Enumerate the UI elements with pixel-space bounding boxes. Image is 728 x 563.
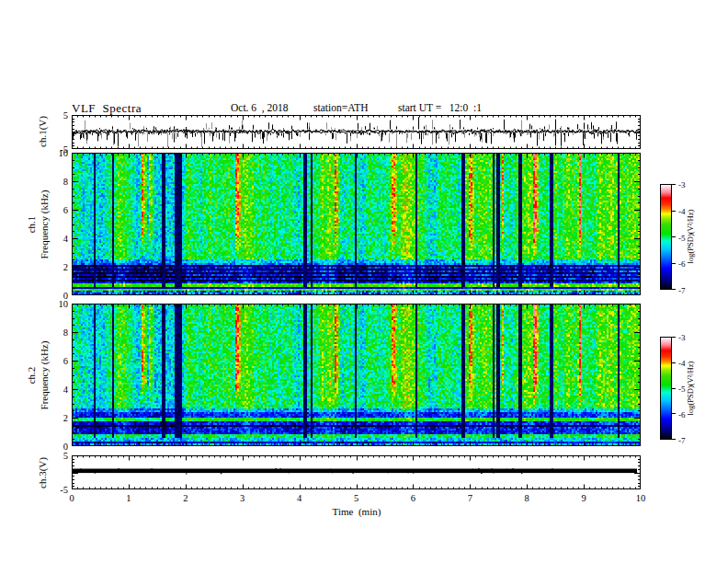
spec1-y-tick-label: 8 [40, 177, 68, 187]
cb1-tick-label: -5 [678, 234, 686, 243]
spec2-y-tick-label: 8 [40, 327, 68, 338]
cb1-tick-label: -3 [678, 180, 686, 190]
x-tick-label: 6 [399, 493, 427, 503]
x-tick-label: 5 [343, 493, 370, 503]
ch1-spectrogram-canvas [72, 153, 641, 295]
spec1-channel-label: ch.1 [26, 216, 37, 234]
cb2-tick-label: -7 [678, 436, 686, 445]
x-tick-label: 7 [456, 493, 483, 503]
colorbar2-label: log(PSD)(V²/Hz) [686, 362, 695, 416]
x-tick-label: 3 [229, 493, 256, 503]
spec1-frequency-axis-label: Frequency (kHz) [39, 190, 50, 259]
page-title: VLF Spectra [72, 101, 142, 116]
spec2-y-tick-label: 6 [40, 356, 68, 366]
spec2-channel-label: ch.2 [26, 367, 37, 385]
ch2-spectrogram-canvas [72, 304, 641, 446]
cb2-tick-label: -5 [678, 385, 686, 394]
spec1-y-tick-label: 4 [40, 234, 68, 244]
wave3-y-tick-label: 5 [40, 451, 68, 461]
colorbar1-label: log(PSD)(V²/Hz) [686, 210, 695, 264]
wave1-y-tick-label: 5 [40, 110, 68, 121]
ch3-waveform-canvas [72, 455, 641, 489]
x-tick-label: 2 [172, 493, 199, 503]
wave3-y-tick-label: -5 [40, 485, 68, 495]
x-tick-label: 10 [627, 493, 654, 503]
cb1-tick-label: -4 [678, 207, 686, 216]
spec2-y-tick-label: 4 [40, 385, 68, 395]
cb1-tick-label: -7 [678, 286, 686, 295]
colorbar2-canvas [660, 337, 677, 440]
cb2-tick-label: -6 [678, 410, 686, 419]
spec2-frequency-axis-label: Frequency (kHz) [39, 341, 50, 410]
x-tick-label: 4 [286, 493, 313, 503]
x-tick-label: 9 [570, 493, 597, 503]
title-station: station=ATH [313, 102, 369, 113]
spec2-y-tick-label: 2 [40, 413, 68, 423]
ch1-voltage-axis-label: ch.1(V) [37, 116, 48, 147]
colorbar1-canvas [660, 184, 677, 290]
ch1-waveform-canvas [72, 115, 641, 149]
x-axis-title: Time (min) [333, 506, 381, 517]
x-tick-label: 1 [115, 493, 142, 503]
cb2-tick-label: -3 [678, 333, 686, 342]
title-start-ut: start UT = 12:0 :1 [398, 102, 482, 113]
spec1-y-tick-label: 6 [40, 205, 68, 215]
cb1-tick-label: -6 [678, 259, 686, 269]
spec1-y-tick-label: 2 [40, 262, 68, 272]
wave1-y-tick-label: -5 [40, 144, 68, 155]
ch3-voltage-axis-label: ch.3(V) [37, 457, 48, 488]
cb2-tick-label: -4 [678, 359, 686, 368]
title-date: Oct. 6 , 2018 [231, 102, 289, 113]
spec2-y-tick-label: 10 [40, 299, 68, 309]
figure: VLF Spectra Oct. 6 , 2018 station=ATH st… [0, 0, 728, 563]
x-tick-label: 8 [513, 493, 540, 503]
